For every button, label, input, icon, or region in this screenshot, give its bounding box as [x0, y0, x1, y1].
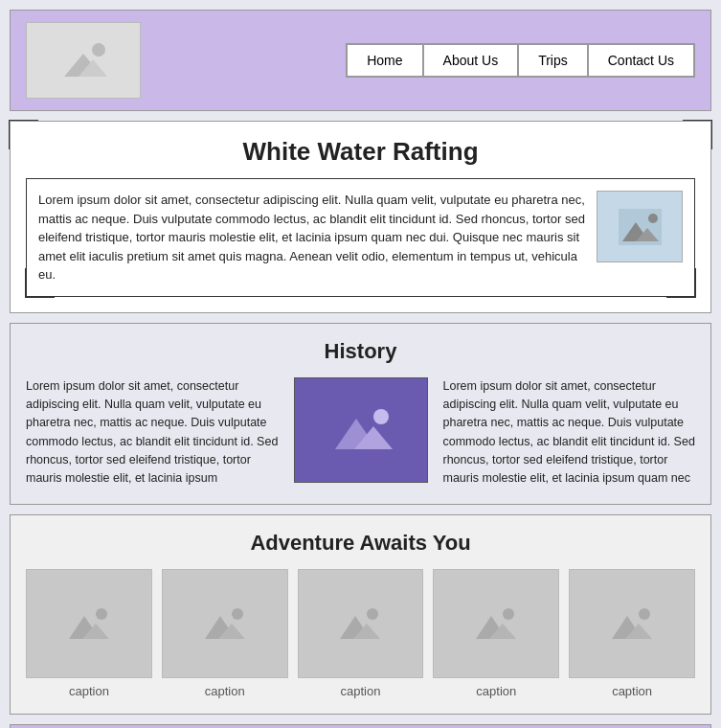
adventure-item-4: caption [433, 569, 559, 699]
nav-about[interactable]: About Us [423, 44, 519, 77]
history-section: History Lorem ipsum dolor sit amet, cons… [10, 323, 711, 505]
caption-5: caption [612, 684, 652, 698]
caption-2: caption [205, 684, 245, 698]
hero-title: White Water Rafting [26, 137, 695, 167]
logo [26, 22, 141, 99]
nav-bar: Home About Us Trips Contact Us [346, 43, 695, 78]
header: Home About Us Trips Contact Us [10, 10, 711, 111]
adventure-title: Adventure Awaits You [26, 531, 695, 556]
svg-point-11 [373, 409, 389, 424]
adventure-item-1: caption [26, 569, 152, 699]
hero-section: White Water Rafting Lorem ipsum dolor si… [10, 121, 711, 313]
adventure-image-1 [26, 569, 152, 679]
nav-home[interactable]: Home [347, 44, 422, 77]
adventure-image-2 [162, 569, 288, 679]
history-image [294, 377, 428, 483]
svg-point-3 [92, 43, 105, 57]
nav-contact[interactable]: Contact Us [588, 44, 694, 77]
adventure-item-3: caption [298, 569, 424, 699]
history-right-text: Lorem ipsum dolor sit amet, consectetur … [443, 377, 696, 489]
hero-content-box: Lorem ipsum dolor sit amet, consectetur … [26, 178, 695, 297]
adventure-item-5: caption [569, 569, 695, 699]
history-left-text: Lorem ipsum dolor sit amet, consectetur … [26, 377, 279, 489]
adventure-image-5 [569, 569, 695, 679]
caption-3: caption [341, 684, 381, 698]
svg-point-23 [367, 608, 378, 620]
adventure-image-3 [298, 569, 424, 679]
adventure-image-4 [433, 569, 559, 679]
svg-point-15 [96, 608, 107, 620]
footer: Footer Content including Social Media Ic… [10, 724, 711, 728]
hero-text: Lorem ipsum dolor sit amet, consectetur … [38, 191, 585, 284]
history-content: Lorem ipsum dolor sit amet, consectetur … [26, 377, 695, 489]
svg-point-7 [648, 214, 658, 223]
nav-trips[interactable]: Trips [518, 44, 588, 77]
adventure-grid: caption caption [26, 569, 695, 699]
adventure-item-2: caption [162, 569, 288, 699]
adventure-section: Adventure Awaits You caption [10, 514, 711, 716]
caption-1: caption [69, 684, 109, 698]
svg-point-19 [232, 608, 243, 620]
caption-4: caption [476, 684, 516, 698]
svg-point-27 [503, 608, 514, 620]
svg-point-31 [639, 608, 650, 620]
hero-image [597, 191, 683, 262]
history-title: History [26, 339, 695, 364]
